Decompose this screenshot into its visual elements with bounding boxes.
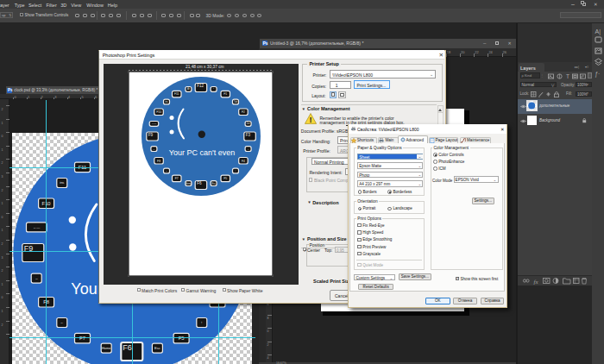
- svg-text:F3: F3: [245, 133, 250, 137]
- svg-text:←: ←: [165, 170, 167, 173]
- svg-text:F12: F12: [197, 84, 204, 88]
- svg-text:F9: F9: [148, 133, 153, 137]
- svg-text:Home: Home: [185, 182, 191, 185]
- svg-text:ins: ins: [60, 180, 64, 185]
- svg-text:F1: F1: [223, 92, 227, 96]
- svg-text:T: T: [566, 73, 569, 79]
- svg-text:F5: F5: [223, 177, 227, 180]
- svg-text:Alt: Alt: [186, 87, 189, 91]
- svg-text:→: →: [35, 276, 38, 280]
- svg-text:!: !: [309, 115, 311, 123]
- svg-text:F6: F6: [123, 342, 132, 351]
- svg-text:Del: Del: [246, 122, 249, 125]
- svg-text:←—: ←—: [33, 224, 40, 229]
- svg-text:Home: Home: [102, 345, 111, 349]
- svg-text:Tab: Tab: [233, 100, 237, 104]
- svg-text:F6: F6: [197, 181, 202, 185]
- svg-text:Your PC can't even: Your PC can't even: [168, 148, 234, 157]
- svg-text:Esc: Esc: [154, 345, 160, 349]
- svg-text:←—: ←—: [151, 122, 156, 125]
- svg-text:F4: F4: [241, 160, 244, 163]
- svg-text:↑: ↑: [200, 320, 202, 324]
- svg-text:→: →: [153, 148, 155, 151]
- svg-text:←: ←: [60, 320, 63, 324]
- svg-text:ƒ·: ƒ·: [595, 71, 601, 78]
- svg-text:fx: fx: [534, 278, 539, 285]
- svg-text:↑: ↑: [235, 170, 236, 173]
- svg-text:F7: F7: [174, 177, 178, 180]
- svg-text:F11: F11: [173, 92, 179, 96]
- svg-text:Esc: Esc: [211, 182, 216, 185]
- svg-text:F10: F10: [156, 110, 161, 114]
- svg-text:A|: A|: [595, 28, 601, 35]
- svg-text:↓: ↓: [247, 148, 248, 151]
- svg-text:F2: F2: [241, 110, 244, 114]
- svg-text:F8: F8: [157, 160, 160, 163]
